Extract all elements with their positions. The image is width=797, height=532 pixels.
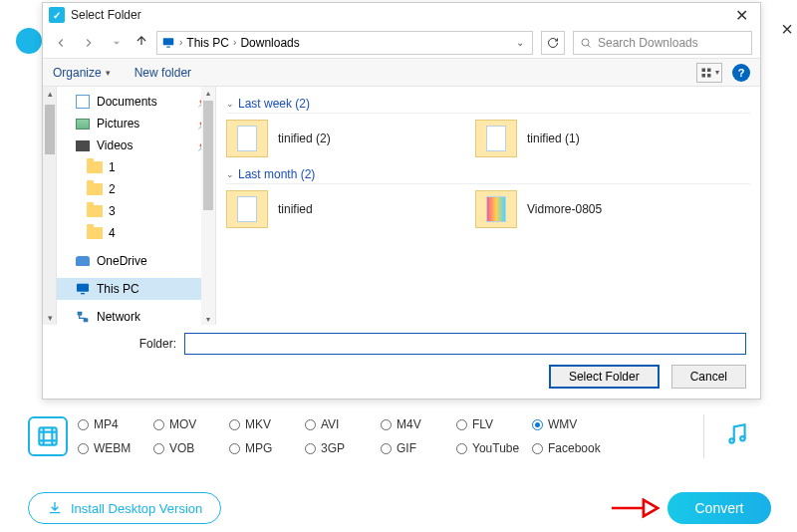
radio-icon [381,419,392,430]
tree-folder-1[interactable]: 1 [57,156,215,178]
svg-rect-0 [163,38,174,45]
format-label: WEBM [94,441,131,455]
breadcrumb-root[interactable]: This PC [186,36,229,50]
tree-scrollbar[interactable]: ▴▾ [201,87,215,325]
folder-item[interactable]: tinified [226,190,435,228]
tree-onedrive[interactable]: OneDrive [57,250,215,272]
scroll-up-icon[interactable]: ▴ [43,87,57,101]
refresh-button[interactable] [541,31,565,55]
format-option-mpg[interactable]: MPG [229,441,305,455]
breadcrumb-current[interactable]: Downloads [240,36,299,50]
scroll-down-icon[interactable]: ▾ [43,311,57,325]
format-label: MKV [245,417,271,431]
radio-icon [381,443,392,454]
search-input[interactable]: Search Downloads [573,31,752,55]
format-option-facebook[interactable]: Facebook [532,441,608,455]
nav-bar: › This PC › Downloads ⌄ Search Downloads [43,27,760,59]
tree-folder-3[interactable]: 3 [57,200,215,222]
format-option-mov[interactable]: MOV [153,417,229,431]
tree-scroll-thumb[interactable] [203,101,213,210]
breadcrumb-dropdown-icon[interactable]: ⌄ [516,37,528,48]
format-option-gif[interactable]: GIF [381,441,456,455]
format-label: Facebook [548,441,601,455]
convert-button[interactable]: Convert [667,492,771,524]
scroll-thumb[interactable] [45,105,55,154]
install-desktop-button[interactable]: Install Desktop Version [28,492,221,524]
format-option-youtube[interactable]: YouTube [456,441,532,455]
format-label: WMV [548,417,577,431]
left-scrollbar[interactable]: ▴ ▾ [43,87,57,325]
close-icon[interactable]: ✕ [729,6,754,25]
format-label: YouTube [472,441,519,455]
audio-format-icon[interactable] [724,421,750,451]
tree-network[interactable]: Network [57,306,215,325]
format-divider [703,414,704,458]
format-option-mp4[interactable]: MP4 [78,417,153,431]
svg-rect-9 [78,312,83,316]
select-folder-button[interactable]: Select Folder [549,365,660,389]
dialog-bottom: Folder: Select Folder Cancel [43,325,760,399]
videos-icon [76,140,90,151]
format-label: GIF [397,441,416,455]
format-label: M4V [397,417,421,431]
group-last-month[interactable]: ⌄Last month (2) [226,167,750,184]
outer-close-icon[interactable]: × [781,18,793,41]
radio-icon [305,419,316,430]
help-icon[interactable]: ? [732,64,750,82]
folder-item[interactable]: tinified (1) [475,120,684,157]
radio-icon [532,443,543,454]
radio-icon [78,443,89,454]
nav-forward-icon[interactable] [79,33,99,53]
chevron-down-icon: ⌄ [226,99,234,109]
folder-label: Folder: [57,337,176,351]
nav-back-icon[interactable] [51,33,71,53]
radio-icon [229,419,240,430]
app-logo-icon: ✓ [49,7,65,23]
download-icon [47,500,63,516]
cancel-button[interactable]: Cancel [671,365,746,389]
radio-icon [456,443,467,454]
folder-icon [87,227,103,239]
svg-point-13 [740,436,744,440]
tree-folder-4[interactable]: 4 [57,222,215,244]
format-option-vob[interactable]: VOB [153,441,229,455]
format-option-flv[interactable]: FLV [456,417,532,431]
tree-thispc[interactable]: This PC [57,278,215,300]
svg-rect-1 [166,46,170,47]
search-placeholder: Search Downloads [598,36,698,50]
background-accent [16,28,42,54]
svg-rect-4 [707,68,711,72]
nav-up-icon[interactable] [134,34,148,52]
folder-name-input[interactable] [184,333,746,355]
tree-documents[interactable]: Documents📌 [57,91,215,113]
pc-icon [161,36,175,50]
format-option-webm[interactable]: WEBM [78,441,153,455]
chevron-down-icon: ▾ [106,68,111,78]
breadcrumb[interactable]: › This PC › Downloads ⌄ [156,31,533,55]
format-option-mkv[interactable]: MKV [229,417,305,431]
format-option-m4v[interactable]: M4V [381,417,456,431]
tree-folder-2[interactable]: 2 [57,178,215,200]
pc-icon [75,281,91,297]
network-icon [75,309,91,325]
folder-item[interactable]: Vidmore-0805 [475,190,684,228]
tree-pictures[interactable]: Pictures📌 [57,113,215,134]
radio-icon [532,419,543,430]
format-option-wmv[interactable]: WMV [532,417,608,431]
organize-menu[interactable]: Organize▾ [53,66,111,80]
folder-item[interactable]: tinified (2) [226,120,435,157]
radio-icon [78,419,89,430]
view-options-button[interactable]: ▾ [696,63,722,83]
format-option-3gp[interactable]: 3GP [305,441,381,455]
new-folder-button[interactable]: New folder [134,66,191,80]
folder-icon [87,205,103,217]
select-folder-dialog: ✓ Select Folder ✕ › This PC › Downloads … [42,2,761,399]
format-label: MOV [169,417,196,431]
radio-icon [153,443,164,454]
pictures-icon [76,119,90,130]
format-selection: MP4MOVMKVAVIM4VFLVWMVWEBMVOBMPG3GPGIFYou… [28,412,767,460]
nav-recent-icon[interactable] [107,33,127,53]
tree-videos[interactable]: Videos📌 [57,134,215,156]
group-last-week[interactable]: ⌄Last week (2) [226,97,750,114]
format-option-avi[interactable]: AVI [305,417,381,431]
